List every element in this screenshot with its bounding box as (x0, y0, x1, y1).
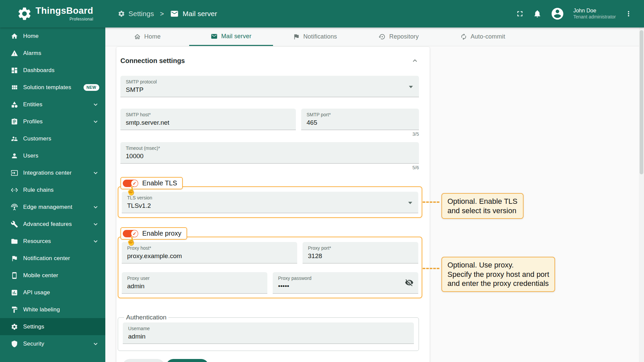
security-icon (10, 340, 18, 348)
sidebar-item-settings[interactable]: Settings (0, 318, 105, 335)
profiles-icon (10, 118, 18, 126)
breadcrumb-settings[interactable]: Settings (118, 10, 154, 18)
gear-icon (118, 10, 125, 17)
mobile-center-icon (10, 272, 18, 280)
edge-management-icon (10, 203, 18, 211)
proxy-host-field[interactable]: Proxy host* proxy.example.com (122, 242, 297, 263)
advanced-features-icon (10, 220, 18, 228)
tab-auto-commit[interactable]: Auto-commit (441, 27, 525, 46)
sidebar-item-profiles[interactable]: Profiles (0, 113, 105, 130)
sidebar-item-alarms[interactable]: Alarms (0, 45, 105, 62)
panel-title: Connection settings (120, 57, 185, 65)
rule-chains-icon (10, 186, 18, 194)
api-usage-icon (10, 289, 18, 297)
chevron-down-icon (92, 169, 99, 177)
timeout-counter: 5/6 (120, 165, 419, 172)
callout-connector-tls (423, 201, 439, 203)
app-header: ThingsBoard Professional Settings > Mail… (0, 0, 644, 27)
connection-settings-header[interactable]: Connection settings (120, 53, 419, 68)
authentication-fieldset: Authentication Username admin (118, 314, 419, 351)
sidebar-item-rule-chains[interactable]: Rule chains (0, 181, 105, 198)
tab-mail-server[interactable]: Mail server (189, 27, 273, 46)
alarms-icon (10, 49, 18, 57)
breadcrumb: Settings > Mail server (118, 9, 217, 18)
username-field[interactable]: Username admin (123, 322, 414, 344)
proxy-port-field[interactable]: Proxy port* 3128 (303, 242, 418, 263)
mail-icon (211, 33, 218, 40)
chevron-down-icon (92, 203, 99, 211)
integrations-center-icon (10, 169, 18, 177)
white-labeling-icon (10, 306, 18, 314)
sidebar-item-users[interactable]: Users (0, 147, 105, 164)
app-logo: ThingsBoard Professional (0, 6, 105, 21)
sidebar-item-home[interactable]: Home (0, 27, 105, 45)
chevron-down-icon (92, 221, 99, 228)
timeout-field[interactable]: Timeout (msec)* 10000 (120, 142, 419, 164)
settings-icon (10, 323, 18, 331)
partial-button-secondary[interactable] (122, 359, 165, 362)
sidebar-item-solution-templates[interactable]: Solution templates NEW (0, 79, 105, 96)
collapse-icon[interactable] (411, 57, 419, 65)
notifications-bell-button[interactable] (533, 9, 542, 18)
fullscreen-button[interactable] (516, 9, 524, 18)
scrollbar-track[interactable] (639, 27, 644, 362)
tabbar: Home Mail server Notifications Repositor… (105, 27, 644, 46)
sidebar-item-security[interactable]: Security (0, 335, 105, 352)
callout-connector-proxy (423, 268, 439, 269)
tls-version-select[interactable]: TLS version TLSv1.2 (122, 192, 418, 213)
sidebar-item-white-labeling[interactable]: White labeling (0, 301, 105, 318)
authentication-legend: Authentication (124, 314, 168, 321)
visibility-off-icon[interactable] (405, 278, 414, 287)
smtp-host-field[interactable]: SMTP host* smtp.server.net (120, 109, 296, 130)
entities-icon (10, 101, 18, 109)
sidebar-item-notification-center[interactable]: Notification center (0, 250, 105, 267)
customers-icon (10, 135, 18, 143)
sidebar-item-customers[interactable]: Customers (0, 130, 105, 147)
tab-home[interactable]: Home (105, 27, 189, 46)
sidebar-item-entities[interactable]: Entities (0, 96, 105, 113)
autorenew-icon (460, 33, 467, 40)
sidebar-item-api-usage[interactable]: API usage (0, 284, 105, 301)
sidebar-item-advanced-features[interactable]: Advanced features (0, 216, 105, 233)
more-vert-button[interactable] (625, 10, 633, 18)
proxy-user-field[interactable]: Proxy user admin (122, 272, 267, 294)
repository-icon (379, 33, 386, 40)
tab-repository[interactable]: Repository (357, 27, 441, 46)
home-icon (134, 33, 141, 40)
enable-tls-row: ✓ Enable TLS ☝ (120, 177, 419, 189)
sidebar-item-integrations-center[interactable]: Integrations center (0, 164, 105, 181)
users-icon (10, 152, 18, 160)
smtp-port-counter: 3/5 (120, 131, 419, 139)
sidebar-item-edge-management[interactable]: Edge management (0, 198, 105, 216)
tutorial-callout-proxy: Optional. Use proxy. Specify the proxy h… (441, 257, 555, 292)
avatar[interactable] (550, 7, 565, 21)
tutorial-callout-tls: Optional. Enable TLS and select its vers… (441, 193, 524, 219)
user-role: Tenant administrator (573, 14, 616, 20)
proxy-password-field[interactable]: Proxy password ••••• (273, 272, 418, 294)
smtp-protocol-select[interactable]: SMTP protocol SMTP (120, 76, 419, 97)
chevron-down-icon (92, 340, 99, 348)
app-name: ThingsBoard (36, 6, 93, 15)
new-badge: NEW (84, 84, 99, 91)
smtp-port-field[interactable]: SMTP port* 465 (301, 109, 419, 130)
sidebar-item-mobile-center[interactable]: Mobile center (0, 267, 105, 284)
chevron-down-icon (92, 238, 99, 245)
dropdown-arrow-icon (409, 86, 413, 88)
mail-icon (170, 9, 179, 18)
app-edition: Professional (69, 17, 93, 21)
flag-icon (293, 33, 300, 40)
thingsboard-logo-icon (17, 6, 32, 21)
sidebar-item-dashboards[interactable]: Dashboards (0, 62, 105, 79)
enable-proxy-row: ✓ Enable proxy ☝ (120, 227, 419, 240)
tab-notifications[interactable]: Notifications (273, 27, 357, 46)
mail-server-settings-card: Connection settings SMTP protocol SMTP S… (116, 47, 430, 362)
user-info: John Doe Tenant administrator (573, 7, 616, 20)
sidebar-item-resources[interactable]: Resources (0, 233, 105, 250)
form-actions (122, 359, 419, 362)
scrollbar-thumb[interactable] (640, 30, 643, 174)
proxy-section-highlight: Proxy host* proxy.example.com Proxy port… (118, 237, 422, 298)
tls-section-highlight: TLS version TLSv1.2 (118, 186, 422, 218)
user-name: John Doe (573, 7, 616, 14)
sidebar: Home Alarms Dashboards Solution template… (0, 27, 105, 362)
partial-button-primary[interactable] (166, 359, 209, 362)
